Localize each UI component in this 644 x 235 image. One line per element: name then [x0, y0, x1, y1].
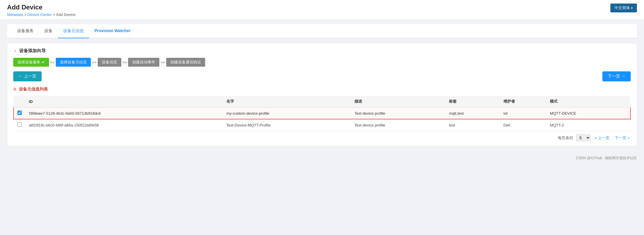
- row-checkbox-cell: [14, 119, 25, 131]
- table-cell: mqtt,test: [445, 107, 500, 119]
- table-header-row: ID 名字 描述 标签 维护者 模式: [14, 96, 630, 107]
- table-row: a653f19c-b6c0-486f-a86a-150521b6fe58Test…: [14, 119, 630, 131]
- breadcrumb-current: Add Device: [56, 12, 76, 17]
- col-name: 名字: [223, 96, 351, 107]
- step-arrow-4: >>: [161, 60, 165, 65]
- table-cell: my-custom-device-profile: [223, 107, 351, 119]
- table-cell: Dell: [500, 119, 547, 131]
- prev-page-nav[interactable]: « 上一页: [594, 135, 611, 141]
- step-2-btn[interactable]: 选择设备元信息: [56, 58, 91, 67]
- col-id: ID: [25, 96, 223, 107]
- wizard-icon: ♀: [13, 48, 17, 54]
- main-content: 设备服务 设备 设备元信息 Provision Watcher ♀ 设备添加向导…: [0, 19, 644, 151]
- table-footer: 每页条目 5 10 20 « 上一页 下一页 »: [13, 134, 631, 141]
- step-arrow-2: >>: [92, 60, 97, 65]
- row-checkbox[interactable]: [17, 122, 22, 127]
- col-tags: 标签: [445, 96, 500, 107]
- table-row: f368eee7-5128-4b3c-9a50-56713b918dc6my-c…: [14, 107, 630, 119]
- col-maintainer: 维护者: [500, 96, 547, 107]
- nav-buttons: ← 上一页 下一页 →: [13, 71, 631, 81]
- table-cell: iot: [500, 107, 547, 119]
- steps-bar: 选择设备服务 ✔ >> 选择设备元信息 >> 设备信息 >> 创建自动事件 >>…: [13, 58, 631, 67]
- next-page-button[interactable]: 下一页 →: [602, 71, 631, 81]
- col-description: 描述: [351, 96, 445, 107]
- table-cell: Test device profile: [351, 119, 445, 131]
- tab-device[interactable]: 设备: [39, 24, 58, 38]
- breadcrumb: Metadata > Device Center > Add Device: [7, 12, 76, 17]
- step-arrow-3: >>: [122, 60, 127, 65]
- step-3-btn[interactable]: 设备信息: [98, 58, 121, 67]
- table-cell: MQTT-2: [546, 119, 630, 131]
- main-card: ♀ 设备添加向导 选择设备服务 ✔ >> 选择设备元信息 >> 设备信息 >> …: [7, 43, 637, 146]
- header-left: Add Device Metadata > Device Center > Ad…: [7, 4, 76, 17]
- table-cell: f368eee7-5128-4b3c-9a50-56713b918dc6: [25, 107, 223, 119]
- tab-device-service[interactable]: 设备服务: [12, 24, 39, 38]
- row-checkbox-cell: [14, 107, 25, 119]
- tab-device-meta[interactable]: 设备元信息: [58, 24, 89, 38]
- per-page-select[interactable]: 5 10 20: [576, 134, 591, 141]
- table-cell: MQTT-DEVICE: [546, 107, 630, 119]
- table-cell: Test-Device-MQTT-Profile: [223, 119, 351, 131]
- table-cell: Test device profile: [351, 107, 445, 119]
- next-page-nav[interactable]: 下一页 »: [614, 135, 631, 141]
- tab-bar: 设备服务 设备 设备元信息 Provision Watcher: [7, 24, 637, 38]
- wizard-title: ♀ 设备添加向导: [13, 48, 631, 54]
- step-5-btn[interactable]: 创建设备通信协议: [166, 58, 205, 67]
- step-arrow-1: >>: [50, 60, 55, 65]
- step-4-btn[interactable]: 创建自动事件: [128, 58, 159, 67]
- header: Add Device Metadata > Device Center > Ad…: [0, 0, 644, 19]
- language-button[interactable]: 中文简体: [610, 4, 637, 12]
- row-checkbox[interactable]: [17, 111, 22, 115]
- section-title: 设备元信息列表: [13, 86, 631, 92]
- per-page-label: 每页条目: [558, 135, 573, 141]
- prev-page-button[interactable]: ← 上一页: [13, 71, 42, 81]
- breadcrumb-device-center[interactable]: Device Center: [27, 12, 52, 17]
- device-meta-table: ID 名字 描述 标签 维护者 模式 f368eee7-5128-4b3c-9a…: [13, 96, 631, 131]
- footer-credit: CSDN @IoTHub · 物联网开源技术社区: [0, 153, 644, 163]
- table-cell: a653f19c-b6c0-486f-a86a-150521b6fe58: [25, 119, 223, 131]
- step-1-btn[interactable]: 选择设备服务 ✔: [13, 58, 49, 67]
- col-mode: 模式: [546, 96, 630, 107]
- page-title: Add Device: [7, 4, 76, 11]
- table-cell: test: [445, 119, 500, 131]
- breadcrumb-metadata[interactable]: Metadata: [7, 12, 23, 17]
- tab-provision-watcher[interactable]: Provision Watcher: [89, 24, 136, 38]
- col-checkbox: [14, 96, 25, 107]
